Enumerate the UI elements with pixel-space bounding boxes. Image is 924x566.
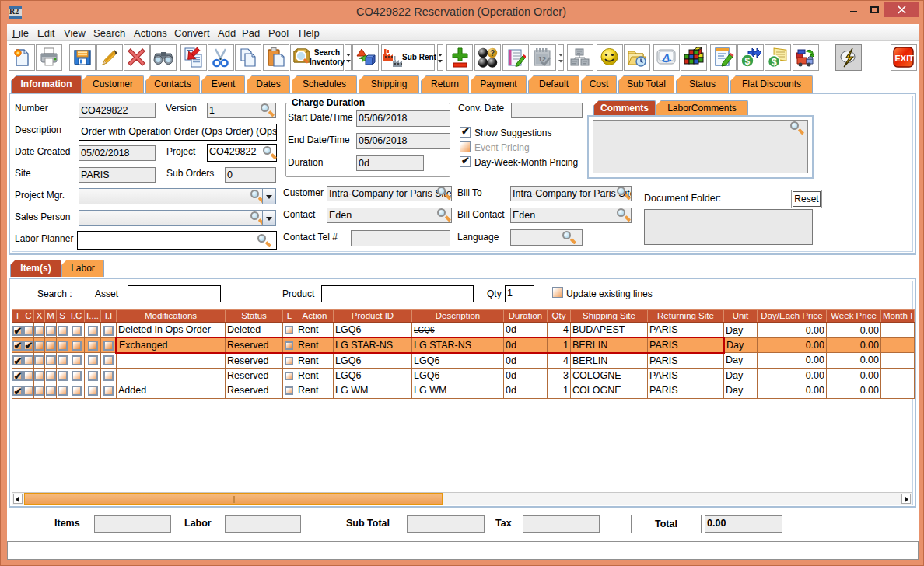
svg-text:$: $ <box>772 57 777 68</box>
svg-text:$: $ <box>745 56 751 67</box>
svg-text:EXIT: EXIT <box>895 54 915 63</box>
svg-text:?: ? <box>490 49 495 58</box>
